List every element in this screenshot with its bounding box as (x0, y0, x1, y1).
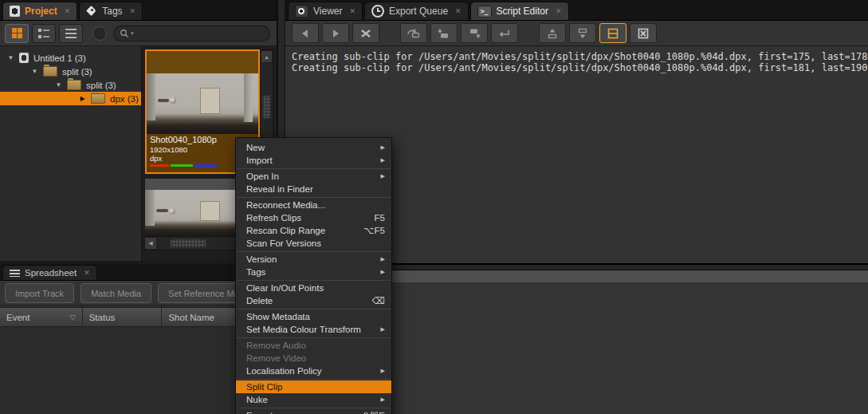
load-script-button[interactable] (430, 23, 458, 43)
menu-item-label: Remove Audio (246, 341, 385, 350)
tab-script-editor[interactable]: Script Editor✕ (470, 2, 569, 20)
import-track-button[interactable]: Import Track (5, 283, 74, 303)
horizontal-scroll-thumb[interactable] (170, 239, 206, 248)
search-filter-dropdown-icon[interactable]: ▾ (131, 30, 134, 37)
tab-viewer[interactable]: Viewer✕ (288, 2, 363, 20)
menu-separator (237, 197, 391, 198)
menu-item-new[interactable]: New▶ (236, 141, 391, 154)
tab-export-queue[interactable]: Export Queue✕ (364, 2, 469, 20)
close-tab-icon[interactable]: ✕ (556, 7, 562, 15)
scroll-up-button[interactable]: ▲ (261, 50, 273, 63)
history-forward-button[interactable] (322, 23, 349, 43)
menu-item-label: Clear In/Out Points (246, 283, 385, 293)
menu-item-localisation-policy[interactable]: Localisation Policy▶ (236, 365, 391, 377)
expand-arrow-icon[interactable]: ▶ (78, 95, 87, 102)
menu-item-label: Split Clip (246, 382, 385, 392)
collapse-arrow-icon[interactable]: ▼ (30, 68, 39, 75)
menu-separator (237, 337, 391, 338)
menu-item-label: Set Media Colour Transform (246, 325, 375, 334)
menu-item-clear-in-out-points[interactable]: Clear In/Out Points (236, 282, 391, 294)
menu-item-label: Nuke (246, 395, 375, 404)
split-pane-button[interactable] (599, 23, 626, 43)
menu-item-refresh-clips[interactable]: Refresh ClipsF5 (236, 211, 391, 224)
search-input[interactable] (136, 28, 264, 39)
detail-view-button[interactable] (32, 24, 56, 43)
history-back-button[interactable] (292, 23, 319, 43)
menu-item-remove-video: Remove Video (236, 352, 391, 365)
clear-history-button[interactable] (352, 23, 379, 43)
submenu-arrow-icon: ▶ (381, 144, 385, 151)
menu-item-rescan-clip-range[interactable]: Rescan Clip Range⌥F5 (236, 224, 391, 237)
output-pane-button[interactable] (569, 23, 596, 43)
tree-item-split-3-[interactable]: ▼split (3) (0, 65, 141, 78)
grid-view-button[interactable] (5, 24, 29, 43)
close-tab-icon[interactable]: ✕ (130, 7, 136, 15)
menu-item-show-metadata[interactable]: Show Metadata (236, 310, 391, 323)
collapse-arrow-icon[interactable]: ▼ (6, 54, 15, 61)
menu-shortcut: ⌥F5 (363, 225, 385, 236)
clear-output-button[interactable] (630, 23, 657, 43)
project-tabbar: Project✕Tags✕ (0, 0, 277, 21)
menu-item-delete[interactable]: Delete⌫ (236, 294, 391, 307)
menu-separator (237, 408, 391, 408)
script-editor-toolbar (285, 21, 868, 46)
folder-icon (43, 66, 57, 77)
clip-poster-frame (147, 73, 258, 134)
close-tab-icon[interactable]: ✕ (455, 7, 461, 15)
match-media-button[interactable]: Match Media (81, 283, 151, 303)
menu-item-split-clip[interactable]: Split Clip (236, 380, 391, 393)
close-tab-icon[interactable]: ✕ (65, 7, 71, 15)
menu-item-reconnect-media[interactable]: Reconnect Media... (236, 199, 391, 211)
column-label: Status (89, 313, 116, 322)
menu-shortcut: ⌫ (372, 295, 385, 306)
save-script-icon (467, 28, 481, 39)
tab-tags[interactable]: Tags✕ (79, 2, 143, 20)
tab-project[interactable]: Project✕ (2, 2, 77, 20)
menu-item-reveal-in-finder[interactable]: Reveal in Finder (236, 183, 391, 195)
menu-item-set-media-colour-transform[interactable]: Set Media Colour Transform▶ (236, 323, 391, 336)
column-header-status[interactable]: Status (83, 308, 163, 326)
menu-item-label: Scan For Versions (246, 239, 385, 248)
editor-tabbar: Viewer✕Export Queue✕Script Editor✕ (285, 0, 868, 21)
menu-item-label: New (246, 143, 375, 152)
source-script-button[interactable] (400, 23, 427, 43)
menu-item-version[interactable]: Version▶ (236, 253, 391, 266)
menu-item-scan-for-versions[interactable]: Scan For Versions (236, 237, 391, 250)
menu-item-label: Import (246, 156, 375, 165)
sort-indicator-icon[interactable]: ▽ (70, 313, 76, 321)
column-header-event[interactable]: Event▽ (0, 308, 83, 326)
door-handle (156, 209, 167, 212)
scroll-left-button[interactable]: ◀ (144, 237, 157, 250)
close-tab-icon[interactable]: ✕ (349, 7, 355, 15)
list-view-icon (65, 29, 77, 38)
input-pane-button[interactable] (539, 23, 566, 43)
folder-icon (67, 80, 81, 90)
status-dot[interactable] (92, 26, 107, 41)
vertical-scroll-thumb[interactable] (262, 95, 271, 119)
door-handle (158, 99, 169, 102)
run-script-button[interactable] (491, 23, 518, 43)
menu-item-export[interactable]: Export...⇧⌘E (236, 409, 391, 414)
split-pane-icon (606, 28, 620, 39)
close-tab-icon[interactable]: ✕ (84, 269, 90, 277)
menu-item-import[interactable]: Import▶ (236, 154, 391, 167)
run-script-icon (497, 28, 512, 39)
collapse-arrow-icon[interactable]: ▼ (54, 81, 63, 89)
viewer-icon (295, 5, 308, 18)
tab-spreadsheet[interactable]: Spreadsheet✕ (2, 265, 97, 280)
door-sign (200, 88, 219, 113)
menu-item-nuke[interactable]: Nuke▶ (236, 393, 391, 406)
tree-item-untitled-1-3-[interactable]: ▼Untitled 1 (3) (0, 51, 141, 65)
save-script-button[interactable] (461, 23, 488, 43)
tab-label: Export Queue (389, 6, 448, 17)
tree-item-dpx-3-[interactable]: ▶dpx (3) (0, 92, 141, 105)
menu-item-open-in[interactable]: Open In▶ (236, 170, 391, 183)
list-view-button[interactable] (59, 24, 83, 43)
clip-context-menu: New▶Import▶Open In▶Reveal in FinderRecon… (235, 137, 392, 414)
menu-separator (237, 309, 391, 310)
tree-item-split-3-[interactable]: ▼split (3) (0, 78, 141, 92)
menu-item-tags[interactable]: Tags▶ (236, 266, 391, 278)
menu-item-label: Refresh Clips (246, 213, 375, 223)
door-sign (200, 201, 220, 221)
menu-item-label: Localisation Policy (246, 366, 375, 376)
